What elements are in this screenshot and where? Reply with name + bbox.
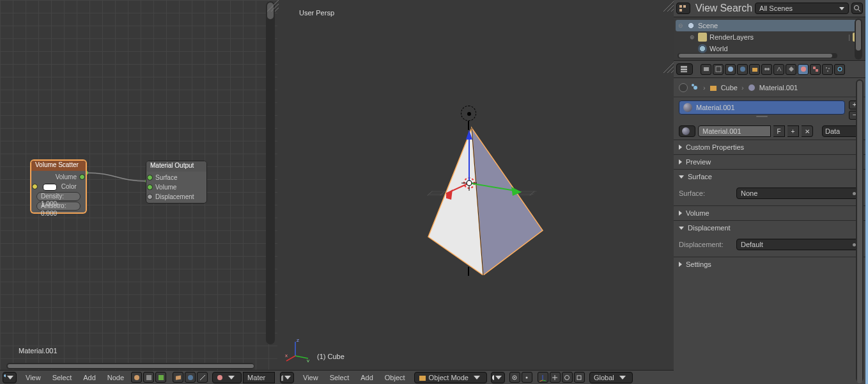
manipulator-translate[interactable]: [550, 372, 561, 383]
panel-custom-properties: Custom Properties⠿: [674, 140, 865, 154]
outliner-renderlayers-row[interactable]: ⊕ RenderLayers |: [678, 31, 862, 43]
editor-type-dropdown[interactable]: [676, 63, 693, 75]
manipulator-scale[interactable]: [574, 372, 585, 383]
tab-material[interactable]: [798, 64, 809, 75]
socket-in-surface[interactable]: [147, 175, 153, 180]
material-name-field[interactable]: Mater: [243, 372, 275, 383]
manipulator-rotate[interactable]: [562, 372, 573, 383]
node-title[interactable]: Volume Scatter: [31, 161, 86, 171]
surface-shader-dropdown[interactable]: None: [736, 188, 860, 199]
node-input-surface[interactable]: Surface: [150, 173, 203, 182]
node-editor-hscrollbar[interactable]: [6, 363, 254, 369]
tab-physics[interactable]: [834, 64, 845, 75]
node-title[interactable]: Material Output: [146, 161, 206, 172]
node-input-color[interactable]: Color: [35, 182, 82, 191]
3d-viewport-header: View Select Add Object Object Mode Globa…: [277, 370, 674, 384]
world-icon: [698, 44, 707, 53]
panel-toggle[interactable]: Settings⠿: [674, 257, 865, 271]
menu-node[interactable]: Node: [102, 374, 129, 381]
outliner-header: View Search All Scenes: [674, 0, 865, 17]
shader-type-world[interactable]: [185, 372, 196, 383]
svg-marker-12: [472, 128, 543, 275]
socket-in-color[interactable]: [32, 184, 38, 189]
svg-point-34: [492, 375, 494, 380]
menu-search[interactable]: Search: [720, 3, 752, 14]
node-tree-shader[interactable]: [131, 372, 142, 383]
material-name-field[interactable]: Material.001: [698, 125, 771, 137]
tab-particles[interactable]: [822, 64, 833, 75]
pyramid-object[interactable]: [405, 109, 571, 275]
outliner[interactable]: ⊖ Scene ⊕ RenderLayers | World: [674, 17, 865, 61]
tab-texture[interactable]: [810, 64, 821, 75]
material-unlink[interactable]: ✕: [802, 125, 813, 137]
shader-type-line[interactable]: [197, 372, 208, 383]
socket-in-displacement[interactable]: [147, 194, 153, 200]
menu-view[interactable]: View: [20, 374, 46, 381]
node-editor[interactable]: Volume Scatter Volume Color Density: 1.0…: [0, 0, 277, 384]
orientation-dropdown[interactable]: Global: [589, 372, 633, 383]
density-field[interactable]: Density: 1.000: [36, 192, 81, 201]
menu-object[interactable]: Object: [380, 374, 410, 381]
material-link-dropdown[interactable]: Data: [822, 125, 860, 137]
pivot-individual[interactable]: [522, 372, 532, 383]
node-tree-texture[interactable]: [155, 372, 166, 383]
3d-viewport[interactable]: User Persp: [277, 0, 674, 384]
material-preview-icon: [683, 103, 692, 112]
node-input-displacement[interactable]: Displacement: [150, 192, 203, 202]
panel-toggle[interactable]: Displacement⠿: [674, 221, 865, 235]
color-swatch[interactable]: [43, 184, 57, 191]
material-fake-user[interactable]: F: [773, 125, 785, 137]
node-input-volume[interactable]: Volume: [150, 182, 203, 192]
tab-constraints[interactable]: [761, 64, 772, 75]
panel-toggle[interactable]: Preview⠿: [674, 155, 865, 169]
node-volume-scatter[interactable]: Volume Scatter Volume Color Density: 1.0…: [31, 160, 86, 213]
material-slot-0[interactable]: Material.001: [679, 100, 845, 115]
properties-vscrollbar[interactable]: [856, 79, 864, 382]
panel-toggle[interactable]: Custom Properties⠿: [674, 140, 865, 154]
material-browse-dropdown[interactable]: [679, 125, 695, 137]
pin-icon[interactable]: [679, 83, 688, 92]
editor-type-dropdown[interactable]: [676, 3, 690, 14]
tab-render[interactable]: [701, 64, 711, 75]
mode-dropdown[interactable]: Object Mode: [414, 372, 487, 383]
outliner-vscrollbar[interactable]: [855, 19, 862, 60]
viewport-shading-dropdown[interactable]: [491, 372, 505, 383]
menu-select[interactable]: Select: [325, 374, 355, 381]
tab-object[interactable]: [749, 64, 760, 75]
manipulator-toggle[interactable]: [538, 372, 548, 383]
material-new[interactable]: +: [787, 125, 799, 137]
tab-world[interactable]: [737, 64, 748, 75]
tab-render-layers[interactable]: [713, 64, 724, 75]
material-selector[interactable]: [212, 372, 242, 383]
viewport-perspective-label: User Persp: [299, 9, 334, 17]
menu-view[interactable]: View: [695, 3, 717, 14]
menu-select[interactable]: Select: [47, 374, 77, 381]
socket-in-volume[interactable]: [147, 184, 153, 190]
outliner-hscrollbar[interactable]: [678, 53, 837, 58]
outliner-scene-row[interactable]: ⊖ Scene: [676, 20, 862, 31]
crumb-material[interactable]: Material.001: [759, 84, 798, 92]
outliner-search-button[interactable]: [851, 3, 863, 14]
tab-data[interactable]: [786, 64, 796, 75]
menu-add[interactable]: Add: [78, 374, 101, 381]
editor-type-dropdown[interactable]: [3, 372, 17, 383]
node-tree-compositing[interactable]: [143, 372, 154, 383]
node-material-output[interactable]: Material Output Surface Volume Displacem…: [146, 161, 207, 204]
menu-view[interactable]: View: [298, 374, 323, 381]
pivot-dropdown[interactable]: [509, 372, 520, 383]
displacement-dropdown[interactable]: Default: [736, 239, 860, 250]
outliner-display-mode[interactable]: All Scenes: [755, 3, 849, 14]
anisotropy-field[interactable]: Anisotro: 0.000: [36, 202, 81, 211]
panel-toggle[interactable]: Surface⠿: [674, 170, 865, 184]
node-editor-vscrollbar[interactable]: [266, 1, 275, 344]
svg-text:x: x: [285, 353, 288, 358]
crumb-object[interactable]: Cube: [721, 84, 738, 92]
shader-type-object[interactable]: [173, 372, 183, 383]
socket-out-volume[interactable]: [79, 174, 85, 180]
node-output-volume[interactable]: Volume: [35, 172, 82, 182]
panel-toggle[interactable]: Volume⠿: [674, 206, 865, 220]
tab-scene[interactable]: [725, 64, 736, 75]
menu-add[interactable]: Add: [355, 374, 378, 381]
tab-modifiers[interactable]: [773, 64, 784, 75]
editor-type-dropdown[interactable]: [280, 372, 294, 383]
